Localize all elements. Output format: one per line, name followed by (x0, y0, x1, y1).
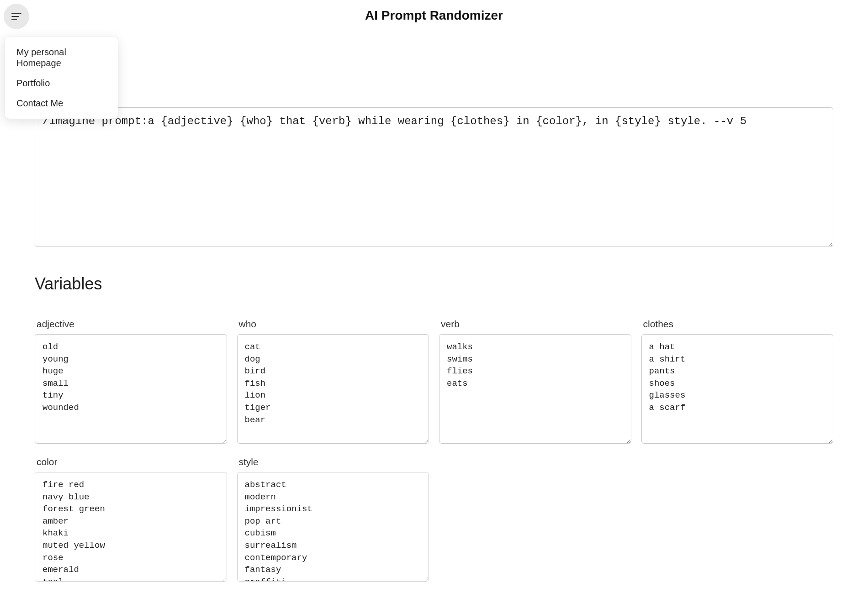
variable-label: clothes (641, 319, 834, 330)
main-content: Variables adjective who verb clothes col… (0, 32, 868, 603)
variable-label: who (237, 319, 429, 330)
variable-block-who: who (237, 319, 429, 444)
variable-values-verb[interactable] (439, 334, 631, 444)
top-bar: AI Prompt Randomizer (0, 0, 868, 32)
section-divider (35, 302, 833, 302)
menu-item-homepage[interactable]: My personal Homepage (5, 42, 118, 73)
variable-label: color (35, 456, 227, 467)
page-title: AI Prompt Randomizer (0, 8, 868, 23)
menu-item-portfolio[interactable]: Portfolio (5, 73, 118, 93)
variable-block-adjective: adjective (35, 319, 227, 444)
variable-block-verb: verb (439, 319, 631, 444)
menu-item-contact[interactable]: Contact Me (5, 93, 118, 113)
variable-values-color[interactable] (35, 472, 227, 582)
variable-values-who[interactable] (237, 334, 429, 444)
variable-values-clothes[interactable] (641, 334, 834, 444)
variable-label: adjective (35, 319, 227, 330)
variable-block-style: style (237, 456, 429, 582)
variable-label: style (237, 456, 429, 467)
variable-block-clothes: clothes (641, 319, 834, 444)
variable-values-style[interactable] (237, 472, 429, 582)
prompt-template-input[interactable] (35, 107, 833, 247)
menu-button[interactable] (4, 4, 29, 29)
variable-values-adjective[interactable] (35, 334, 227, 444)
variables-heading: Variables (35, 274, 833, 294)
variables-grid: adjective who verb clothes color style (35, 319, 833, 582)
variable-label: verb (439, 319, 631, 330)
menu-dropdown: My personal Homepage Portfolio Contact M… (5, 37, 118, 119)
menu-icon (11, 10, 22, 22)
variable-block-color: color (35, 456, 227, 582)
